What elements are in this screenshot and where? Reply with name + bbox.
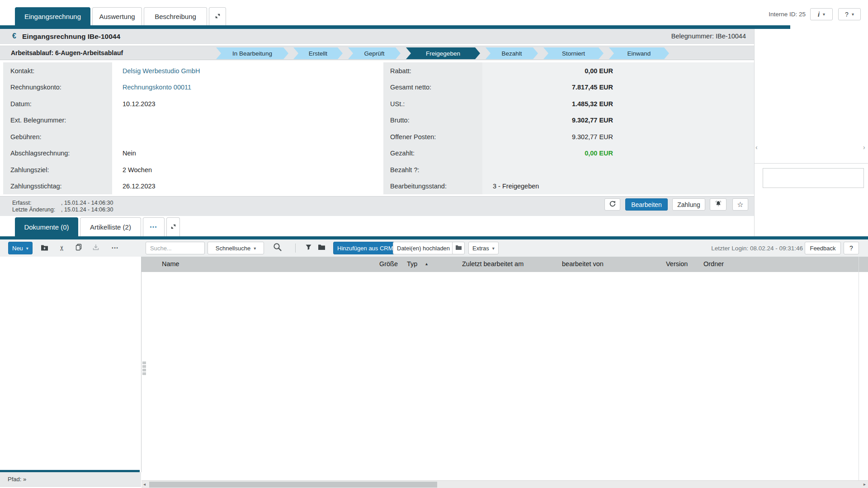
folder-add-icon	[41, 244, 48, 253]
tab-label: Beschreibung	[155, 13, 196, 20]
field-value: Nein	[123, 150, 136, 157]
field-label: Brutto:	[390, 117, 410, 124]
rechnungskonto-link[interactable]: Rechnungskonto 00011	[123, 84, 191, 91]
field-value: 9.302,77 EUR	[486, 117, 613, 124]
help-icon: ?	[845, 11, 849, 18]
kontakt-link[interactable]: Delsig Werbestudio GmbH	[123, 67, 200, 75]
field-value: 10.12.2023	[123, 100, 156, 108]
field-label: Gesamt netto:	[390, 84, 431, 91]
favorite-button[interactable]: ☆	[732, 198, 748, 211]
extras-dropdown[interactable]: Extras ▾	[468, 242, 499, 254]
collapse-left-icon[interactable]: ‹	[755, 144, 758, 151]
column-header-ordner[interactable]: Ordner	[703, 260, 724, 267]
column-header-name[interactable]: Name	[162, 260, 179, 267]
path-bar: Pfad: »	[0, 472, 141, 487]
document-header: € Eingangsrechnung IBe-10044 Belegnummer…	[0, 29, 754, 44]
zahlung-button[interactable]: Zahlung	[672, 198, 705, 211]
field-label: Gezahlt:	[390, 150, 415, 157]
field-label: Kontakt:	[10, 67, 34, 75]
letzte-aenderung-label: Letzte Änderung:	[12, 206, 55, 213]
copy-button[interactable]	[73, 243, 84, 253]
datei-hochladen-button[interactable]: Datei(en) hochladen	[393, 242, 454, 254]
info-icon: i	[818, 11, 820, 18]
refresh-icon	[609, 200, 616, 209]
hinzufuegen-aus-crm-button[interactable]: Hinzufügen aus CRM	[333, 242, 397, 254]
search-button[interactable]	[271, 243, 284, 253]
field-label: Offener Posten:	[390, 133, 436, 141]
folder-tree-panel[interactable]	[0, 257, 141, 470]
record-footer: Erfasst: , 15.01.24 - 14:06:30 Letzte Än…	[0, 196, 754, 216]
scroll-left-icon[interactable]: ◂	[143, 482, 146, 487]
splitter-drag-handle[interactable]	[142, 361, 146, 375]
field-value: 26.12.2023	[123, 183, 156, 190]
horizontal-scrollbar[interactable]: ◂ ▸	[142, 480, 868, 488]
field-label: Zahlungsstichtag:	[10, 183, 62, 190]
tab-beschreibung[interactable]: Beschreibung	[144, 7, 207, 25]
workflow-step-storniert[interactable]: Storniert	[543, 47, 604, 59]
scroll-right-icon[interactable]: ▸	[863, 482, 866, 487]
panel-splitter	[141, 257, 142, 472]
button-label: Extras	[472, 245, 489, 252]
erfasst-label: Erfasst:	[12, 200, 31, 206]
tab-eingangsrechnung[interactable]: Eingangsrechnung	[15, 7, 90, 25]
belegnummer-label: Belegnummer: IBe-10044	[671, 33, 746, 40]
lower-tabs: Dokumente (0) Artikelliste (2) •••	[15, 217, 180, 236]
field-value: 1.485,32 EUR	[486, 100, 613, 108]
workflow-step-freigegeben[interactable]: Freigegeben	[406, 47, 480, 59]
download-icon	[92, 244, 99, 253]
toolbar-help-button[interactable]: ?	[844, 242, 859, 254]
tab-expand[interactable]	[209, 7, 226, 25]
filter-button[interactable]	[303, 243, 314, 253]
workflow-step-geprueft[interactable]: Geprüft	[348, 47, 401, 59]
column-header-zuletzt-bearbeitet[interactable]: Zuletzt bearbeitet am	[462, 260, 524, 267]
schnellsuche-dropdown[interactable]: Schnellsuche ▾	[208, 242, 264, 254]
tab-dokumente[interactable]: Dokumente (0)	[15, 217, 78, 236]
star-icon: ☆	[737, 200, 743, 209]
download-button[interactable]	[90, 243, 101, 253]
info-dropdown-button[interactable]: i ▾	[810, 8, 833, 20]
feedback-button[interactable]: Feedback	[805, 242, 841, 254]
chevron-down-icon: ▾	[492, 246, 495, 251]
step-label: Freigegeben	[426, 50, 460, 57]
chevron-down-icon: ▾	[254, 246, 256, 251]
tab-artikelliste[interactable]: Artikelliste (2)	[80, 217, 141, 236]
workflow-step-einwand[interactable]: Einwand	[609, 47, 669, 59]
tab-expand-lower[interactable]	[166, 217, 180, 236]
toolbar-more-button[interactable]: •••	[109, 243, 122, 253]
column-header-groesse[interactable]: Größe	[371, 260, 398, 267]
new-folder-button[interactable]	[39, 243, 50, 253]
button-label: Feedback	[810, 245, 835, 252]
button-label: Bearbeiten	[631, 201, 662, 208]
upload-folder-button[interactable]	[452, 242, 465, 254]
tab-auswertung[interactable]: Auswertung	[92, 7, 142, 25]
page-title: Eingangsrechnung IBe-10044	[22, 33, 120, 41]
table-right-divider	[859, 257, 859, 480]
sort-asc-icon[interactable]: ▴	[425, 261, 428, 266]
bearbeiten-button[interactable]: Bearbeiten	[625, 198, 668, 211]
step-label: Geprüft	[364, 50, 384, 57]
button-label: Schnellsuche	[216, 245, 250, 252]
collapse-right-icon[interactable]: ›	[863, 144, 865, 151]
help-dropdown-button[interactable]: ? ▾	[838, 8, 861, 20]
breadcrumb: Pfad: »	[8, 476, 26, 483]
column-header-bearbeitet-von[interactable]: bearbeitet von	[562, 260, 604, 267]
neu-button[interactable]: Neu ▾	[8, 242, 33, 254]
folder-view-button[interactable]	[316, 243, 327, 253]
scrollbar-thumb[interactable]	[149, 482, 437, 488]
field-label: Rabatt:	[390, 67, 411, 75]
column-header-version[interactable]: Version	[666, 260, 688, 267]
field-value: 0,00 EUR	[486, 67, 613, 75]
column-header-typ[interactable]: Typ	[407, 260, 417, 267]
workflow-label: Arbeitsablauf: 6-Augen-Arbeitsablauf	[11, 49, 123, 56]
button-label: Hinzufügen aus CRM	[337, 245, 393, 252]
refresh-button[interactable]	[604, 198, 620, 211]
notification-button[interactable]	[710, 198, 726, 211]
expand-icon	[170, 223, 176, 231]
tab-more[interactable]: •••	[143, 217, 165, 236]
search-input[interactable]	[146, 242, 205, 254]
workflow-step-in-bearbeitung[interactable]: In Bearbeitung	[216, 47, 288, 59]
cut-button[interactable]: ✂	[57, 243, 67, 253]
workflow-step-erstellt[interactable]: Erstellt	[293, 47, 343, 59]
workflow-step-bezahlt[interactable]: Bezahlt	[486, 47, 538, 59]
last-login-label: Letzter Login: 08.02.24 - 09:31:46	[711, 245, 803, 252]
